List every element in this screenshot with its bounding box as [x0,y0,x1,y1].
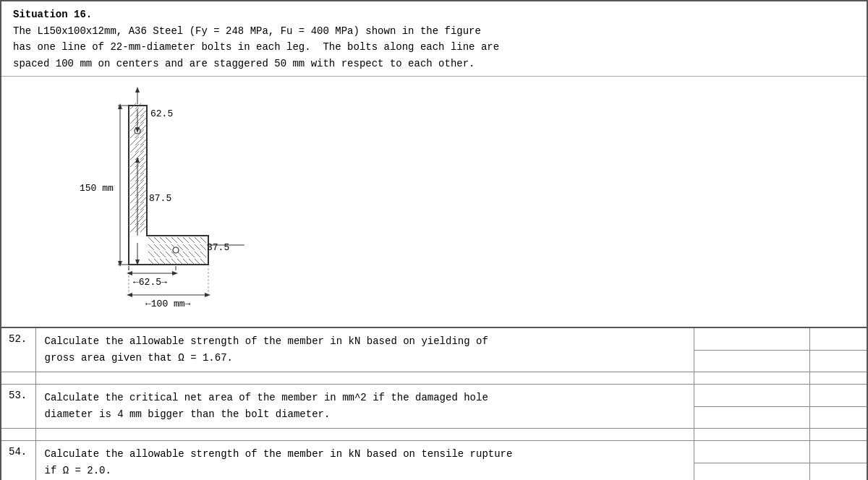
svg-line-54 [154,237,160,243]
q53-number: 53. [1,385,35,429]
svg-line-57 [171,237,177,243]
blank53-num [1,429,35,441]
situation-line3: spaced 100 mm on centers and are stagger… [13,56,855,72]
blank53-ans1 [694,429,809,441]
q53-answer2 [809,385,867,429]
q52-number: 52. [1,327,35,372]
q53-answer2-top [810,385,867,406]
dim-37-5-label: 37.5 [207,242,229,253]
svg-line-14 [130,137,139,145]
l-shape-diagram: 62.5 150 mm [42,84,346,315]
q52-answer2 [809,327,867,372]
q54-answer2 [809,441,867,480]
dim-87-5-label: 87.5 [149,193,171,204]
svg-line-58 [177,237,183,243]
svg-line-30 [135,173,144,181]
situation-line1: The L150x100x12mm, A36 Steel (Fy = 248 M… [13,23,855,39]
q54-answer1 [694,441,809,480]
figure-wrap: 62.5 150 mm [13,84,855,315]
svg-line-84 [154,259,160,265]
blank52-ans1 [694,372,809,385]
svg-line-45 [135,209,144,218]
svg-line-70 [189,244,195,250]
svg-line-74 [154,252,160,257]
dim-100-label: ←100 mm→ [145,299,191,309]
svg-marker-94 [135,87,140,93]
q52-text: Calculate the allowable strength of the … [35,327,694,372]
svg-line-56 [166,237,171,243]
q54-text: Calculate the allowable strength of the … [35,441,694,480]
svg-marker-113 [127,293,132,297]
svg-line-73 [148,252,154,257]
situation-title: Situation 16. [13,9,855,20]
svg-line-80 [189,252,195,257]
q54-answer-top [694,441,809,463]
svg-marker-108 [172,271,178,275]
svg-line-69 [183,244,189,250]
dim-150-label: 150 mm [80,183,114,194]
situation-header-row: Situation 16. The L150x100x12mm, A36 Ste… [1,1,867,77]
question-52-row: 52. Calculate the allowable strength of … [1,327,867,372]
figure-cell: 62.5 150 mm [1,77,867,328]
svg-line-21 [135,151,144,160]
svg-line-59 [183,237,189,243]
blank52-num [1,372,35,385]
svg-line-89 [183,259,189,265]
svg-line-3 [135,108,144,116]
svg-line-52 [140,226,147,232]
q54-answer2-top [810,441,867,463]
svg-line-51 [135,223,144,232]
blank52-ans2 [809,372,867,385]
svg-marker-114 [205,293,210,297]
q52-answer-bot [694,350,809,372]
svg-line-64 [154,244,160,250]
question-53-row: 53. Calculate the critical net area of t… [1,385,867,429]
q53-answer2-bot [810,406,867,428]
svg-line-33 [135,180,144,189]
svg-line-81 [195,252,200,257]
q54-answer2-bot [810,463,867,480]
q52-answer2-top [810,328,867,350]
svg-marker-98 [118,103,122,109]
question-54-row: 54. Calculate the allowable strength of … [1,441,867,480]
svg-line-55 [160,237,166,243]
svg-line-82 [200,252,206,257]
bolt-hole-horizontal [173,247,179,253]
svg-line-60 [189,237,195,243]
svg-line-75 [160,252,166,257]
l-shape-outline [129,106,208,265]
svg-line-6 [135,115,144,124]
svg-line-61 [195,237,200,243]
svg-marker-103 [135,157,140,163]
q53-text: Calculate the critical net area of the m… [35,385,694,429]
svg-line-42 [135,202,144,210]
svg-line-85 [160,259,166,265]
q53-answer-top [694,385,809,406]
svg-marker-99 [118,261,122,267]
svg-line-15 [135,137,144,145]
svg-line-48 [135,216,144,225]
situation-cell: Situation 16. The L150x100x12mm, A36 Ste… [1,1,867,77]
svg-line-86 [166,259,171,265]
svg-line-87 [171,259,177,265]
dim-62-5-top-label: 62.5 [150,108,173,119]
blank53-ans2 [809,429,867,441]
svg-line-79 [183,252,189,257]
blank-row-53 [1,429,867,441]
svg-line-71 [195,244,200,250]
svg-line-17 [130,144,139,153]
q54-answer-bot [694,463,809,480]
main-table: Situation 16. The L150x100x12mm, A36 Ste… [0,0,868,480]
svg-line-66 [166,244,171,250]
q53-answer1 [694,385,809,429]
blank53-main [35,429,694,441]
svg-line-27 [135,166,144,174]
svg-line-36 [135,187,144,196]
svg-line-83 [148,259,154,265]
svg-marker-107 [127,271,132,275]
situation-line2: has one line of 22-mm-diameter bolts in … [13,39,855,55]
q52-answer-top [694,328,809,350]
q52-answer1 [694,327,809,372]
svg-line-88 [177,259,183,265]
svg-line-65 [160,244,166,250]
